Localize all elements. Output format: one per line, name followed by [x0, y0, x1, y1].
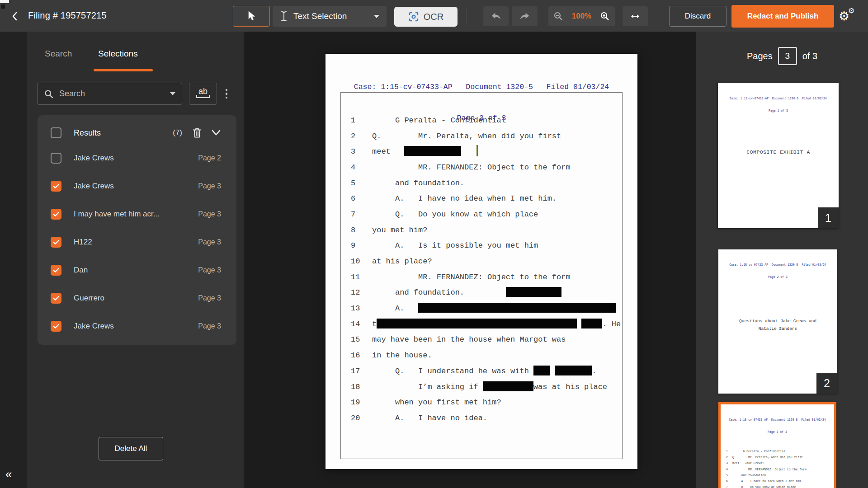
discard-button[interactable]: Discard [669, 6, 726, 27]
chevron-down-icon [374, 15, 379, 18]
settings-gears-icon[interactable]: ⚙ ⚙ [839, 7, 858, 24]
checkbox-unchecked[interactable] [51, 153, 61, 164]
page-thumbnail-1[interactable]: Case: 1:15-cv-07433-AP Document 1320-5 F… [718, 83, 839, 228]
collapse-results-button[interactable] [211, 129, 221, 136]
collapse-sidebar-icon[interactable]: « [5, 468, 12, 480]
redaction-box[interactable] [506, 287, 561, 297]
search-input[interactable] [59, 89, 170, 99]
undo-button[interactable] [483, 6, 509, 26]
line-text: you met him? [372, 226, 427, 235]
selection-item[interactable]: H122Page 3 [51, 228, 221, 256]
redaction-box[interactable] [581, 319, 602, 328]
selection-label: I may have met him acr... [74, 210, 160, 219]
selection-page: Page 3 [198, 210, 221, 218]
line-number: 4 [351, 163, 372, 172]
checkbox-checked[interactable] [51, 237, 61, 248]
chevron-down-icon[interactable] [170, 92, 175, 95]
line-number: 16 [351, 351, 372, 360]
transcript-line: 11 MR. FERNANDEZ: Object to the form [341, 269, 622, 285]
transcript-line: 15may have been in the house when Margot… [341, 332, 622, 348]
more-options-kebab-icon[interactable] [221, 83, 232, 105]
results-card: Results (7) Jake CrewsPage 2Jake CrewsPa… [38, 115, 236, 345]
line-text: A. I have no idea. [372, 414, 487, 422]
fit-width-button[interactable] [623, 6, 648, 26]
checkbox-checked[interactable] [51, 293, 61, 304]
thumb-transcript-line: 1 G Peralta - Confidential [726, 449, 834, 455]
ocr-button[interactable]: OCR [394, 7, 458, 27]
selection-item[interactable]: I may have met him acr...Page 3 [51, 200, 221, 228]
thumb-transcript-line: 3meet Jake Crews? [726, 460, 834, 466]
redaction-box[interactable] [533, 366, 550, 375]
selection-item[interactable]: GuerreroPage 3 [51, 284, 221, 312]
line-number: 3 [351, 147, 372, 156]
delete-all-button[interactable]: Delete All [99, 437, 163, 460]
results-select-all-checkbox[interactable] [51, 127, 61, 138]
line-text: meet [372, 147, 478, 156]
selection-item[interactable]: DanPage 3 [51, 256, 221, 284]
top-toolbar: Filing # 195757215 Text Selection [0, 0, 868, 32]
redaction-box[interactable] [377, 319, 577, 328]
transcript-line: 18 I’m asking if was at his place [341, 379, 622, 395]
trash-icon [192, 127, 202, 138]
results-header: Results (7) [51, 122, 221, 144]
tab-search[interactable]: Search [45, 49, 72, 59]
back-button[interactable] [7, 9, 22, 23]
transcript-line: 13 A. [341, 300, 622, 316]
line-number: 15 [351, 335, 372, 344]
selection-page: Page 3 [198, 238, 221, 246]
case-header-line1: Case: 1:15-cv-07433-AP Document 1320-5 F… [326, 82, 637, 92]
line-text: and foundation. [372, 179, 464, 188]
thumb-transcript-line: 4 MR. FERNANDEZ: Object to the form [726, 467, 834, 473]
zoom-in-button[interactable] [599, 11, 610, 22]
screen-artifact [1, 5, 5, 9]
zoom-out-button[interactable] [553, 11, 564, 22]
cursor-tool-button[interactable] [233, 6, 270, 27]
selection-label: Guerrero [74, 294, 104, 303]
search-icon [44, 89, 54, 99]
results-count: (7) [173, 128, 182, 137]
page-thumbnail-3-selected[interactable]: Case: 1:15-cv-07433-AP Document 1320-5 F… [718, 402, 836, 488]
page-number-badge: 1 [818, 207, 839, 228]
text-selection-label: Text Selection [293, 11, 347, 21]
zoom-level: 100% [572, 12, 591, 21]
selection-item[interactable]: Jake CrewsPage 3 [51, 172, 221, 200]
line-number: 18 [351, 383, 372, 391]
checkbox-checked[interactable] [51, 209, 61, 220]
document-page[interactable]: Case: 1:15-cv-07433-AP Document 1320-5 F… [326, 54, 637, 469]
selection-label: Jake Crews [74, 154, 114, 163]
redo-button[interactable] [512, 6, 538, 26]
redaction-box[interactable] [555, 366, 592, 375]
selection-label: Dan [74, 266, 88, 275]
transcript-line: 14t . He [341, 316, 622, 332]
redaction-box[interactable] [483, 381, 533, 391]
filing-title: Filing # 195757215 [28, 10, 107, 21]
transcript-line: 4 MR. FERNANDEZ: Object to the form [341, 160, 622, 175]
redaction-box[interactable] [418, 303, 616, 313]
page-thumbnail-2[interactable]: Case: 1:15-cv-07433-AP Document 1320-5 F… [718, 249, 837, 394]
redaction-box[interactable] [404, 146, 461, 156]
tab-selections[interactable]: Selections [98, 49, 138, 59]
redo-icon [519, 10, 531, 22]
fit-width-icon [629, 11, 641, 21]
current-page-input[interactable] [778, 47, 797, 65]
selection-label: Jake Crews [74, 182, 114, 191]
zoom-controls: 100% [548, 6, 615, 26]
checkbox-checked[interactable] [51, 181, 61, 192]
text-selection-dropdown[interactable]: Text Selection [273, 6, 387, 27]
pages-panel: Pages of 3 Case: 1:15-cv-07433-AP Docume… [696, 32, 868, 488]
text-match-ab-button[interactable]: ab [189, 83, 217, 105]
search-box[interactable] [37, 83, 182, 105]
redact-publish-button[interactable]: Redact and Publish [731, 5, 834, 28]
cursor-arrow-icon [247, 11, 256, 22]
line-text: Q. Do you know at which place [372, 210, 538, 219]
checkbox-checked[interactable] [51, 265, 61, 276]
line-text: and foundation. [372, 288, 561, 297]
line-text: A. [372, 304, 616, 313]
selection-item[interactable]: Jake CrewsPage 3 [51, 312, 221, 340]
selection-item[interactable]: Jake CrewsPage 2 [51, 144, 221, 172]
line-text: MR. FERNANDEZ: Object to the form [372, 273, 571, 282]
line-text: may have been in the house when Margot w… [372, 335, 566, 344]
checkbox-checked[interactable] [51, 321, 61, 332]
delete-selected-button[interactable] [192, 127, 202, 138]
ab-icon: ab [196, 87, 210, 98]
